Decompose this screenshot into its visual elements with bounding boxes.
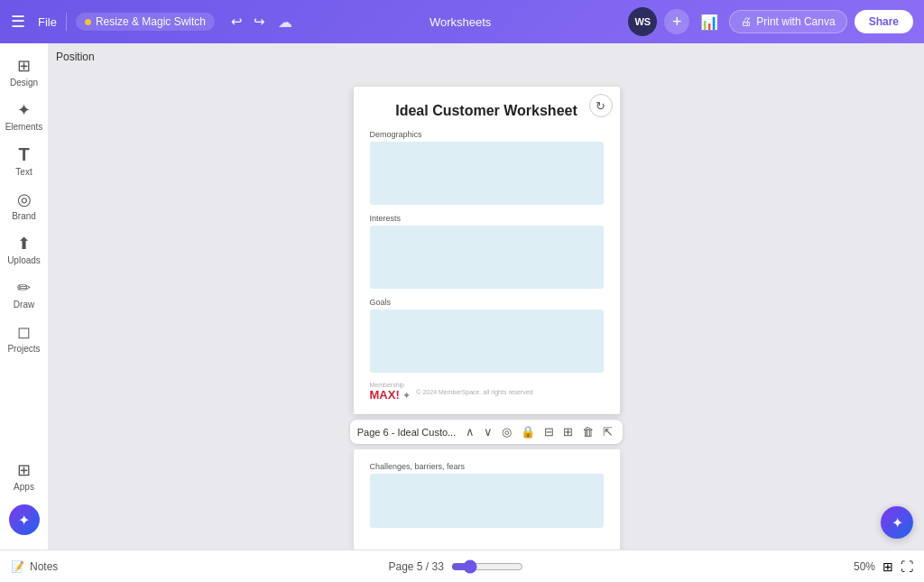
draw-icon: ✏	[17, 278, 31, 298]
undo-redo-group: ↩ ↪	[227, 10, 269, 33]
page-down-button[interactable]: ∨	[481, 423, 495, 440]
sidebar-item-label-brand: Brand	[12, 211, 36, 221]
magic-ball-button[interactable]: ✦	[881, 506, 913, 539]
demographics-box[interactable]	[370, 142, 604, 205]
goals-box[interactable]	[370, 309, 604, 373]
grid-view-button[interactable]: ⊞	[882, 559, 893, 574]
sidebar-item-design[interactable]: ⊞ Design	[2, 51, 47, 93]
sidebar-item-label-design: Design	[10, 78, 38, 88]
sidebar: ⊞ Design ✦ Elements T Text ◎ Brand ⬆ Upl…	[0, 43, 49, 550]
text-icon: T	[18, 144, 29, 165]
sidebar-item-draw[interactable]: ✏ Draw	[2, 273, 47, 315]
footer-logo: Membership MAX! ✦	[370, 382, 411, 402]
sidebar-item-label-projects: Projects	[7, 344, 40, 354]
magic-star-icon: ✦	[18, 512, 30, 529]
sidebar-item-brand[interactable]: ◎ Brand	[2, 184, 47, 226]
fullscreen-button[interactable]: ⛶	[901, 559, 913, 574]
page-visibility-button[interactable]: ◎	[499, 423, 514, 440]
uploads-icon: ⬆	[17, 234, 31, 254]
zoom-slider[interactable]	[451, 559, 523, 574]
print-button[interactable]: 🖨 Print with Canva	[729, 10, 846, 33]
zoom-percent: 50%	[854, 560, 875, 573]
goals-label: Goals	[370, 298, 604, 307]
analytics-button[interactable]: 📊	[697, 10, 722, 34]
page-refresh-button[interactable]: ↻	[589, 94, 613, 117]
badge-dot	[85, 19, 91, 25]
interests-box[interactable]	[370, 226, 604, 289]
share-button[interactable]: Share	[855, 10, 913, 33]
demographics-section: Demographics	[370, 130, 604, 205]
page-expand-button[interactable]: ⇱	[600, 423, 615, 440]
position-label: Position	[56, 51, 95, 63]
sidebar-item-uploads[interactable]: ⬆ Uploads	[2, 228, 47, 271]
page-5[interactable]: ↻ Ideal Customer Worksheet Demographics …	[354, 87, 620, 414]
badge-label: Resize & Magic Switch	[96, 15, 206, 28]
printer-icon: 🖨	[741, 15, 752, 28]
topbar-right-actions: WS + 📊 🖨 Print with Canva Share	[628, 7, 913, 36]
challenges-label: Challenges, barriers, fears	[370, 462, 604, 471]
redo-button[interactable]: ↪	[250, 10, 269, 33]
maxi-label: MAX! ✦	[370, 388, 411, 402]
sidebar-item-projects[interactable]: ◻ Projects	[2, 317, 47, 359]
cloud-save-icon: ☁	[278, 14, 292, 31]
sidebar-item-apps[interactable]: ⊞ Apps	[2, 455, 47, 497]
brand-icon: ◎	[17, 189, 32, 209]
canvas-area[interactable]: Position ↻ Ideal Customer Worksheet Demo…	[49, 43, 924, 550]
user-avatar[interactable]: WS	[628, 7, 657, 36]
undo-button[interactable]: ↩	[227, 10, 246, 33]
refresh-icon: ↻	[596, 99, 605, 113]
interests-label: Interests	[370, 214, 604, 223]
sidebar-item-label-text: Text	[15, 167, 32, 177]
page-toolbar-title: Page 6 - Ideal Custo...	[357, 427, 456, 438]
projects-icon: ◻	[17, 322, 31, 342]
print-label: Print with Canva	[756, 15, 835, 28]
challenges-section: Challenges, barriers, fears	[370, 462, 604, 528]
add-collaborator-button[interactable]: +	[664, 9, 689, 34]
page-up-button[interactable]: ∧	[463, 423, 477, 440]
document-title: Worksheets	[301, 15, 619, 29]
page-6-toolbar: Page 6 - Ideal Custo... ∧ ∨ ◎ 🔒 ⊟ ⊞ 🗑 ⇱	[350, 420, 623, 444]
page-6[interactable]: Challenges, barriers, fears	[354, 449, 620, 550]
interests-section: Interests	[370, 214, 604, 289]
sidebar-bottom: ⊞ Apps ✦	[2, 455, 47, 542]
demographics-label: Demographics	[370, 130, 604, 139]
magic-ai-button[interactable]: ✦	[9, 504, 40, 535]
divider	[66, 13, 67, 31]
sidebar-item-elements[interactable]: ✦ Elements	[2, 95, 47, 137]
page-minus-button[interactable]: ⊟	[541, 423, 557, 440]
sidebar-item-label-draw: Draw	[14, 300, 34, 309]
sidebar-item-label-elements: Elements	[5, 122, 43, 132]
magic-ball-icon: ✦	[892, 514, 903, 531]
challenges-box[interactable]	[370, 474, 604, 528]
elements-icon: ✦	[17, 100, 31, 120]
page-footer: Membership MAX! ✦ © 2024 MemberSpace. al…	[370, 382, 604, 402]
bottombar: 📝 Notes Page 5 / 33 50% ⊞ ⛶	[0, 550, 924, 582]
sidebar-item-label-uploads: Uploads	[7, 255, 41, 265]
resize-magic-badge[interactable]: Resize & Magic Switch	[76, 13, 215, 31]
apps-icon: ⊞	[17, 460, 31, 480]
page-copy-button[interactable]: ⊞	[560, 423, 576, 440]
page-title: Ideal Customer Worksheet	[370, 103, 604, 119]
page-wrapper: ↻ Ideal Customer Worksheet Demographics …	[67, 87, 906, 550]
notes-button[interactable]: 📝 Notes	[11, 560, 58, 573]
page-navigation: Page 5 / 33	[388, 559, 522, 574]
design-icon: ⊞	[17, 56, 31, 76]
bottombar-right: 50% ⊞ ⛶	[854, 559, 913, 574]
sidebar-item-text[interactable]: T Text	[2, 139, 47, 182]
footer-copyright: © 2024 MemberSpace. all rights reserved	[416, 389, 532, 395]
page-delete-button[interactable]: 🗑	[579, 423, 596, 440]
goals-section: Goals	[370, 298, 604, 373]
file-menu[interactable]: File	[38, 15, 57, 29]
menu-icon[interactable]: ☰	[11, 12, 25, 32]
membership-label: Membership	[370, 382, 405, 388]
notes-label: Notes	[30, 560, 58, 573]
page-lock-button[interactable]: 🔒	[518, 423, 538, 440]
notes-icon: 📝	[11, 560, 24, 573]
sidebar-item-label-apps: Apps	[14, 482, 34, 492]
topbar: ☰ File Resize & Magic Switch ↩ ↪ ☁ Works…	[0, 0, 924, 43]
page-info: Page 5 / 33	[388, 560, 443, 573]
main-body: ⊞ Design ✦ Elements T Text ◎ Brand ⬆ Upl…	[0, 43, 924, 550]
